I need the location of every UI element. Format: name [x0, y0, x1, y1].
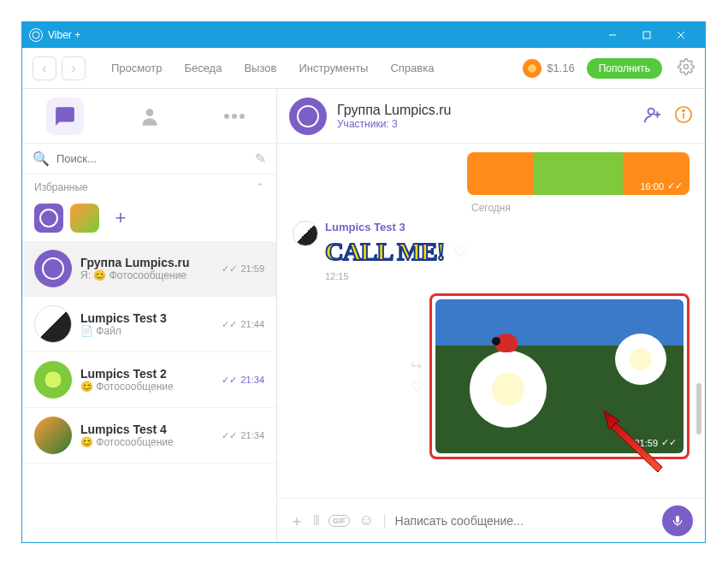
chat-item-4[interactable]: Lumpics Test 4 😊 Фотосообщение ✓✓21:34 — [22, 408, 276, 464]
sidebar: 🔍 ✎ Избранные ⌃ + Группа Lumpics.ru Я: 😊… — [22, 89, 277, 542]
messages-area[interactable]: 16:00✓✓ Сегодня Lumpics Test 3 CALL ME! … — [277, 144, 705, 498]
read-icon: ✓✓ — [222, 430, 237, 441]
favorite-add[interactable]: + — [106, 204, 135, 233]
chat-item-2[interactable]: Lumpics Test 3 📄 Файл ✓✓21:44 — [22, 297, 276, 352]
svg-rect-15 — [676, 516, 679, 523]
msg-time: 12:15 — [325, 271, 690, 281]
incoming-message: Lumpics Test 3 CALL ME! ♡ — [293, 221, 690, 266]
minimize-button[interactable] — [595, 22, 630, 48]
svg-point-9 — [648, 108, 654, 114]
sender-name[interactable]: Lumpics Test 3 — [325, 221, 467, 233]
audio-button[interactable]: ⫴ — [313, 511, 320, 529]
main-panel: Группа Lumpics.ru Участники: 3 16:00✓✓ С… — [277, 89, 705, 542]
svg-point-4 — [684, 64, 689, 68]
flower-decor — [615, 334, 666, 385]
menu-help[interactable]: Справка — [382, 56, 442, 80]
favorite-2[interactable] — [70, 204, 99, 233]
topup-button[interactable]: Пополнить — [587, 58, 662, 79]
sticker[interactable]: CALL ME! — [325, 237, 445, 266]
chat-header-name: Группа Lumpics.ru — [337, 103, 633, 118]
read-icon: ✓✓ — [222, 263, 237, 275]
like-button[interactable]: ♡ — [411, 379, 423, 395]
chat-name: Lumpics Test 4 — [80, 422, 213, 436]
chat-item-1[interactable]: Группа Lumpics.ru Я: 😊 Фотосообщение ✓✓2… — [22, 241, 276, 297]
chat-list: Группа Lumpics.ru Я: 😊 Фотосообщение ✓✓2… — [22, 241, 276, 542]
chat-sub: Я: 😊 Фотосообщение — [80, 269, 213, 281]
sticker-button[interactable]: ☺ — [358, 511, 374, 529]
avatar-icon — [34, 250, 72, 287]
titlebar: Viber + — [22, 22, 705, 48]
read-icon: ✓✓ — [222, 319, 237, 330]
menu-view[interactable]: Просмотр — [103, 56, 170, 80]
flower-decor — [470, 351, 547, 428]
nav-fwd-button[interactable]: › — [62, 56, 86, 80]
message-input[interactable] — [395, 514, 654, 528]
day-separator: Сегодня — [293, 202, 690, 214]
balance[interactable]: $1.16 — [523, 59, 575, 78]
viber-icon — [29, 28, 43, 42]
voice-button[interactable] — [662, 505, 693, 536]
sent-photo-message[interactable]: 21:59✓✓ — [435, 299, 684, 453]
nav-back-button[interactable]: ‹ — [33, 56, 56, 80]
attach-button[interactable]: ＋ — [289, 511, 305, 531]
chat-header-members[interactable]: Участники: 3 — [337, 118, 633, 130]
menu-tools[interactable]: Инструменты — [290, 56, 376, 80]
sender-avatar[interactable] — [293, 221, 318, 246]
menu-call[interactable]: Вызов — [235, 56, 285, 80]
compose-button[interactable]: ✎ — [255, 151, 266, 167]
window-title: Viber + — [48, 29, 595, 41]
settings-button[interactable] — [678, 58, 695, 79]
avatar-icon — [34, 305, 72, 343]
chat-name: Lumpics Test 3 — [80, 311, 213, 325]
read-icon: ✓✓ — [667, 180, 683, 192]
scrollbar[interactable] — [696, 383, 701, 434]
svg-point-8 — [240, 114, 245, 119]
svg-rect-1 — [643, 32, 650, 38]
info-button[interactable] — [674, 105, 693, 127]
svg-point-5 — [145, 109, 153, 116]
avatar-icon — [34, 417, 72, 454]
chat-name: Группа Lumpics.ru — [80, 256, 213, 269]
svg-point-7 — [232, 114, 237, 119]
close-button[interactable] — [664, 22, 698, 48]
prev-photo-message[interactable]: 16:00✓✓ — [467, 152, 690, 195]
chat-item-3[interactable]: Lumpics Test 2 😊 Фотосообщение ✓✓21:34 — [22, 352, 276, 408]
favorites-collapse[interactable]: ⌃ — [256, 181, 264, 193]
avatar-icon — [34, 361, 72, 399]
chat-sub: 😊 Фотосообщение — [80, 436, 213, 448]
like-button[interactable]: ♡ — [453, 242, 467, 261]
search-icon: 🔍 — [33, 151, 50, 167]
tab-more[interactable] — [216, 97, 253, 135]
balance-value: $1.16 — [547, 62, 575, 74]
chat-sub: 📄 Файл — [80, 325, 213, 337]
favorites-header: Избранные — [34, 181, 88, 193]
composer: ＋ ⫴ GIF ☺ | — [277, 498, 705, 542]
search-input[interactable] — [56, 152, 248, 165]
add-member-button[interactable] — [643, 105, 662, 127]
tab-contacts[interactable] — [131, 97, 169, 135]
coin-icon — [523, 59, 542, 78]
favorite-1[interactable] — [34, 204, 63, 233]
maximize-button[interactable] — [630, 22, 664, 48]
chat-name: Lumpics Test 2 — [80, 367, 213, 381]
svg-point-6 — [224, 114, 229, 119]
ladybug-decor — [495, 334, 518, 352]
menu-chat[interactable]: Беседа — [175, 56, 230, 80]
read-icon: ✓✓ — [222, 375, 237, 386]
sent-photo-highlight: 21:59✓✓ — [429, 293, 690, 459]
chat-sub: 😊 Фотосообщение — [80, 381, 213, 393]
forward-button[interactable]: ↪ — [411, 357, 423, 374]
top-toolbar: ‹ › Просмотр Беседа Вызов Инструменты Сп… — [22, 48, 705, 89]
tab-chats[interactable] — [46, 97, 84, 135]
gif-button[interactable]: GIF — [328, 515, 350, 527]
svg-point-14 — [683, 109, 684, 111]
chat-header-avatar[interactable] — [289, 97, 327, 135]
read-icon: ✓✓ — [661, 437, 677, 448]
